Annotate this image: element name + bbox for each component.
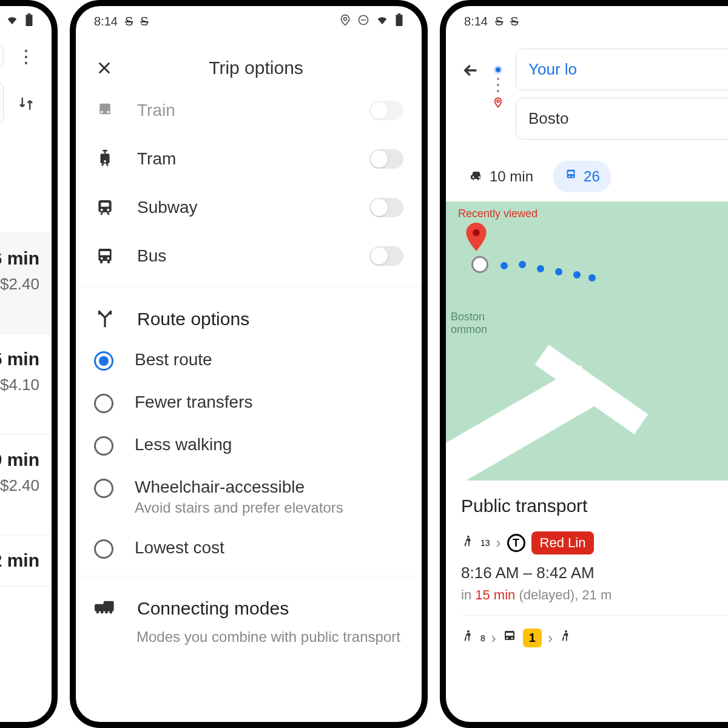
train-icon	[94, 99, 116, 121]
radio-unselected[interactable]	[94, 394, 113, 413]
radio-unselected[interactable]	[94, 539, 113, 559]
mode-train-row: Train	[76, 99, 422, 135]
dest-input[interactable]: Bosto	[516, 98, 728, 140]
route-info: Massachusetts Ave	[0, 403, 39, 419]
mbta-icon: T	[507, 534, 525, 552]
route-item[interactable]: 26 min $2.40 from Kendall/MIT	[0, 233, 52, 334]
svg-point-43	[473, 229, 480, 237]
origin-input[interactable]: Your lo	[516, 49, 728, 90]
phone-right: 8:14 S S Your lo Bosto 10	[440, 0, 728, 728]
route-duration: 29 min	[0, 450, 39, 470]
walk-icon	[461, 628, 474, 648]
section-title: Connecting modes	[137, 598, 289, 619]
svg-point-45	[467, 630, 470, 633]
mode-bus-row: Bus	[76, 232, 422, 280]
radio-unselected[interactable]	[94, 436, 113, 456]
wifi-icon	[5, 13, 19, 30]
svg-point-26	[101, 257, 103, 260]
filter-row: Filter by ▾ Conn	[0, 171, 52, 233]
route-options-header: Route options	[76, 293, 422, 339]
svg-point-14	[101, 111, 103, 113]
map[interactable]: Recently viewed Bostonommon	[446, 201, 728, 480]
car-mode-chip[interactable]: 10 min	[458, 161, 544, 192]
public-transport-section: Public transport 13 › T Red Lin 8:16 AM …	[446, 480, 728, 672]
route-dots	[493, 66, 504, 112]
svg-point-6	[344, 17, 347, 20]
status-bar: 8:14 S S	[76, 6, 422, 36]
tram-icon	[94, 148, 116, 170]
mode-tram-row: Tram	[76, 135, 422, 183]
trip-header: Trip options	[76, 36, 422, 99]
radio-label: Best route	[135, 350, 212, 369]
route-price: $2.40	[0, 476, 39, 495]
svg-rect-40	[568, 172, 573, 175]
radio-less-walking[interactable]: Less walking	[76, 424, 422, 467]
transit-icon	[564, 168, 578, 185]
swap-icon[interactable]	[13, 90, 39, 117]
phone-left: ⋮ rog Pond 5 min 10 min Filter by ▾ Conn…	[0, 0, 58, 728]
origin-dot-icon	[494, 66, 502, 74]
chevron-right-icon: ›	[496, 534, 501, 551]
tram-toggle[interactable]	[369, 149, 403, 169]
mode-label: Train	[137, 101, 348, 120]
radio-label: Wheelchair-accessible	[135, 477, 343, 497]
origin-row: ⋮	[0, 36, 52, 75]
route-duration: 26 min	[0, 248, 39, 269]
radio-label: Fewer transfers	[135, 393, 253, 412]
transit-mode-chip[interactable]: 26	[553, 161, 611, 192]
chevron-right-icon: ›	[548, 630, 553, 647]
svg-point-50	[565, 630, 567, 633]
radio-label: Lowest cost	[135, 538, 224, 558]
walk-icon	[461, 533, 474, 553]
back-icon[interactable]	[461, 61, 480, 85]
svg-rect-21	[101, 203, 109, 207]
svg-point-42	[571, 175, 573, 177]
chevron-right-icon: ›	[491, 630, 496, 647]
svg-point-41	[568, 175, 570, 177]
section-title: Public transport	[461, 496, 728, 516]
svg-rect-47	[506, 633, 513, 636]
mode-label: Subway	[137, 198, 348, 217]
delay-text: 15 min	[475, 587, 515, 602]
mode-label: Tram	[137, 149, 348, 169]
route-item[interactable]: 32 min	[0, 535, 52, 587]
map-marker-icon	[464, 223, 488, 253]
origin-pill[interactable]	[0, 43, 4, 69]
radio-selected[interactable]	[94, 351, 113, 371]
route-summary[interactable]: 8 › 1 ›	[461, 628, 728, 648]
subway-toggle[interactable]	[369, 198, 403, 217]
walk-duration: 8	[480, 633, 485, 643]
radio-wheelchair[interactable]: Wheelchair-accessible Avoid stairs and p…	[76, 467, 422, 527]
car-time: 10 min	[490, 168, 533, 185]
radio-unselected[interactable]	[94, 479, 113, 498]
section-title: Route options	[137, 309, 249, 329]
mode-label: Bus	[137, 246, 348, 266]
radio-fewer-transfers[interactable]: Fewer transfers	[76, 382, 422, 424]
more-icon[interactable]: ⋮	[13, 42, 39, 69]
radio-best-route[interactable]: Best route	[76, 339, 422, 382]
bus-toggle[interactable]	[369, 246, 403, 266]
dest-pill[interactable]: rog Pond	[0, 81, 4, 126]
train-toggle[interactable]	[369, 101, 403, 120]
route-summary[interactable]: 13 › T Red Lin	[461, 531, 728, 554]
route-icon	[94, 308, 116, 330]
divider	[461, 615, 728, 616]
radio-lowest-cost[interactable]: Lowest cost	[76, 527, 422, 570]
walk-duration: 13	[480, 538, 490, 548]
map-poi-label: Bostonommon	[451, 311, 487, 336]
svg-point-36	[497, 100, 499, 103]
svg-rect-3	[26, 15, 33, 26]
location-icon	[339, 14, 351, 29]
radio-sublabel: Avoid stairs and prefer elevators	[135, 499, 343, 516]
dnd-icon	[357, 14, 369, 29]
route-item[interactable]: /D 25 min $4.10 Massachusetts Ave	[0, 334, 52, 434]
svg-point-27	[107, 257, 109, 260]
route-item[interactable]: 29 min $2.40 m Hynes Convention	[0, 434, 52, 535]
close-icon[interactable]	[91, 55, 118, 81]
route-price: $2.40	[0, 275, 39, 294]
svg-rect-10	[398, 13, 400, 15]
bus-icon	[94, 245, 116, 267]
walk-icon	[559, 628, 572, 648]
svg-point-22	[101, 209, 103, 211]
svg-point-32	[96, 611, 99, 614]
